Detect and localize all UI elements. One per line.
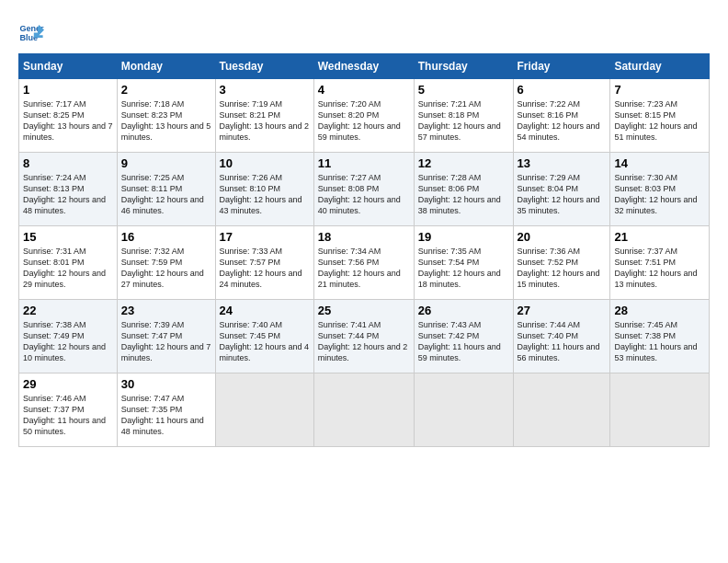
day-info: Sunrise: 7:34 AM Sunset: 7:56 PM Dayligh… — [318, 246, 410, 291]
day-info: Sunrise: 7:33 AM Sunset: 7:57 PM Dayligh… — [220, 246, 310, 291]
day-info: Sunrise: 7:29 AM Sunset: 8:04 PM Dayligh… — [518, 172, 607, 217]
day-info: Sunrise: 7:47 AM Sunset: 7:35 PM Dayligh… — [121, 393, 211, 438]
day-number: 22 — [23, 304, 113, 317]
day-number: 10 — [220, 156, 310, 170]
table-row: 9 Sunrise: 7:25 AM Sunset: 8:11 PM Dayli… — [117, 153, 215, 226]
day-info: Sunrise: 7:32 AM Sunset: 7:59 PM Dayligh… — [121, 246, 211, 291]
table-row — [313, 373, 414, 447]
table-row: 27 Sunrise: 7:44 AM Sunset: 7:40 PM Dayl… — [513, 300, 610, 373]
day-info: Sunrise: 7:44 AM Sunset: 7:40 PM Dayligh… — [518, 319, 607, 364]
day-info: Sunrise: 7:28 AM Sunset: 8:06 PM Dayligh… — [418, 172, 509, 217]
table-row: 21 Sunrise: 7:37 AM Sunset: 7:51 PM Dayl… — [610, 226, 710, 300]
table-row: 28 Sunrise: 7:45 AM Sunset: 7:38 PM Dayl… — [610, 300, 710, 373]
day-number: 20 — [518, 230, 607, 244]
day-number: 21 — [614, 230, 705, 244]
table-row: 5 Sunrise: 7:21 AM Sunset: 8:18 PM Dayli… — [414, 79, 513, 153]
day-number: 19 — [418, 230, 509, 244]
day-info: Sunrise: 7:19 AM Sunset: 8:21 PM Dayligh… — [220, 98, 310, 144]
table-row: 26 Sunrise: 7:43 AM Sunset: 7:42 PM Dayl… — [414, 300, 513, 373]
day-info: Sunrise: 7:24 AM Sunset: 8:13 PM Dayligh… — [23, 172, 113, 217]
calendar-table: SundayMondayTuesdayWednesdayThursdayFrid… — [18, 53, 710, 447]
table-row — [414, 373, 513, 447]
day-info: Sunrise: 7:39 AM Sunset: 7:47 PM Dayligh… — [121, 319, 211, 364]
table-row: 20 Sunrise: 7:36 AM Sunset: 7:52 PM Dayl… — [513, 226, 610, 300]
table-row: 24 Sunrise: 7:40 AM Sunset: 7:45 PM Dayl… — [215, 300, 313, 373]
day-number: 16 — [121, 230, 211, 244]
day-number: 26 — [418, 304, 509, 317]
day-info: Sunrise: 7:46 AM Sunset: 7:37 PM Dayligh… — [23, 393, 113, 438]
day-info: Sunrise: 7:41 AM Sunset: 7:44 PM Dayligh… — [318, 319, 410, 364]
day-info: Sunrise: 7:36 AM Sunset: 7:52 PM Dayligh… — [518, 246, 607, 291]
day-number: 14 — [614, 156, 705, 170]
day-info: Sunrise: 7:25 AM Sunset: 8:11 PM Dayligh… — [121, 172, 211, 217]
day-info: Sunrise: 7:45 AM Sunset: 7:38 PM Dayligh… — [614, 319, 705, 364]
table-row: 6 Sunrise: 7:22 AM Sunset: 8:16 PM Dayli… — [513, 79, 610, 153]
table-row: 16 Sunrise: 7:32 AM Sunset: 7:59 PM Dayl… — [117, 226, 215, 300]
day-info: Sunrise: 7:30 AM Sunset: 8:03 PM Dayligh… — [614, 172, 705, 217]
day-number: 8 — [23, 156, 113, 170]
day-number: 5 — [418, 83, 509, 97]
table-row: 13 Sunrise: 7:29 AM Sunset: 8:04 PM Dayl… — [513, 153, 610, 226]
col-header-saturday: Saturday — [610, 54, 710, 79]
table-row — [513, 373, 610, 447]
day-number: 11 — [318, 156, 410, 170]
day-number: 12 — [418, 156, 509, 170]
table-row: 2 Sunrise: 7:18 AM Sunset: 8:23 PM Dayli… — [117, 79, 215, 153]
table-row: 19 Sunrise: 7:35 AM Sunset: 7:54 PM Dayl… — [414, 226, 513, 300]
table-row: 15 Sunrise: 7:31 AM Sunset: 8:01 PM Dayl… — [19, 226, 118, 300]
day-number: 29 — [23, 377, 113, 391]
day-info: Sunrise: 7:18 AM Sunset: 8:23 PM Dayligh… — [121, 98, 211, 144]
day-number: 27 — [518, 304, 607, 317]
day-info: Sunrise: 7:37 AM Sunset: 7:51 PM Dayligh… — [614, 246, 705, 291]
day-number: 4 — [318, 83, 410, 97]
day-number: 3 — [220, 83, 310, 97]
table-row: 22 Sunrise: 7:38 AM Sunset: 7:49 PM Dayl… — [19, 300, 118, 373]
table-row — [215, 373, 313, 447]
day-number: 18 — [318, 230, 410, 244]
table-row: 1 Sunrise: 7:17 AM Sunset: 8:25 PM Dayli… — [19, 79, 118, 153]
logo: General Blue — [18, 18, 46, 44]
day-number: 1 — [23, 83, 113, 97]
table-row: 3 Sunrise: 7:19 AM Sunset: 8:21 PM Dayli… — [215, 79, 313, 153]
col-header-friday: Friday — [513, 54, 610, 79]
day-info: Sunrise: 7:40 AM Sunset: 7:45 PM Dayligh… — [220, 319, 310, 364]
day-info: Sunrise: 7:27 AM Sunset: 8:08 PM Dayligh… — [318, 172, 410, 217]
table-row: 11 Sunrise: 7:27 AM Sunset: 8:08 PM Dayl… — [313, 153, 414, 226]
table-row: 17 Sunrise: 7:33 AM Sunset: 7:57 PM Dayl… — [215, 226, 313, 300]
day-number: 30 — [121, 377, 211, 391]
logo-icon: General Blue — [18, 18, 44, 44]
table-row: 8 Sunrise: 7:24 AM Sunset: 8:13 PM Dayli… — [19, 153, 118, 226]
col-header-tuesday: Tuesday — [215, 54, 313, 79]
table-row — [610, 373, 710, 447]
table-row: 4 Sunrise: 7:20 AM Sunset: 8:20 PM Dayli… — [313, 79, 414, 153]
table-row: 18 Sunrise: 7:34 AM Sunset: 7:56 PM Dayl… — [313, 226, 414, 300]
table-row: 10 Sunrise: 7:26 AM Sunset: 8:10 PM Dayl… — [215, 153, 313, 226]
day-number: 23 — [121, 304, 211, 317]
day-info: Sunrise: 7:26 AM Sunset: 8:10 PM Dayligh… — [220, 172, 310, 217]
day-number: 28 — [614, 304, 705, 317]
table-row: 14 Sunrise: 7:30 AM Sunset: 8:03 PM Dayl… — [610, 153, 710, 226]
col-header-monday: Monday — [117, 54, 215, 79]
col-header-thursday: Thursday — [414, 54, 513, 79]
page-header: General Blue — [18, 18, 710, 44]
day-number: 6 — [518, 83, 607, 97]
table-row: 23 Sunrise: 7:39 AM Sunset: 7:47 PM Dayl… — [117, 300, 215, 373]
day-info: Sunrise: 7:23 AM Sunset: 8:15 PM Dayligh… — [614, 98, 705, 144]
day-number: 9 — [121, 156, 211, 170]
day-number: 7 — [614, 83, 705, 97]
day-info: Sunrise: 7:43 AM Sunset: 7:42 PM Dayligh… — [418, 319, 509, 364]
day-number: 25 — [318, 304, 410, 317]
day-info: Sunrise: 7:35 AM Sunset: 7:54 PM Dayligh… — [418, 246, 509, 291]
table-row: 12 Sunrise: 7:28 AM Sunset: 8:06 PM Dayl… — [414, 153, 513, 226]
day-info: Sunrise: 7:31 AM Sunset: 8:01 PM Dayligh… — [23, 246, 113, 291]
table-row: 29 Sunrise: 7:46 AM Sunset: 7:37 PM Dayl… — [19, 373, 118, 447]
table-row: 30 Sunrise: 7:47 AM Sunset: 7:35 PM Dayl… — [117, 373, 215, 447]
day-number: 2 — [121, 83, 211, 97]
col-header-sunday: Sunday — [19, 54, 118, 79]
day-number: 17 — [220, 230, 310, 244]
col-header-wednesday: Wednesday — [313, 54, 414, 79]
table-row: 7 Sunrise: 7:23 AM Sunset: 8:15 PM Dayli… — [610, 79, 710, 153]
day-info: Sunrise: 7:20 AM Sunset: 8:20 PM Dayligh… — [318, 98, 410, 144]
table-row: 25 Sunrise: 7:41 AM Sunset: 7:44 PM Dayl… — [313, 300, 414, 373]
day-info: Sunrise: 7:22 AM Sunset: 8:16 PM Dayligh… — [518, 98, 607, 144]
